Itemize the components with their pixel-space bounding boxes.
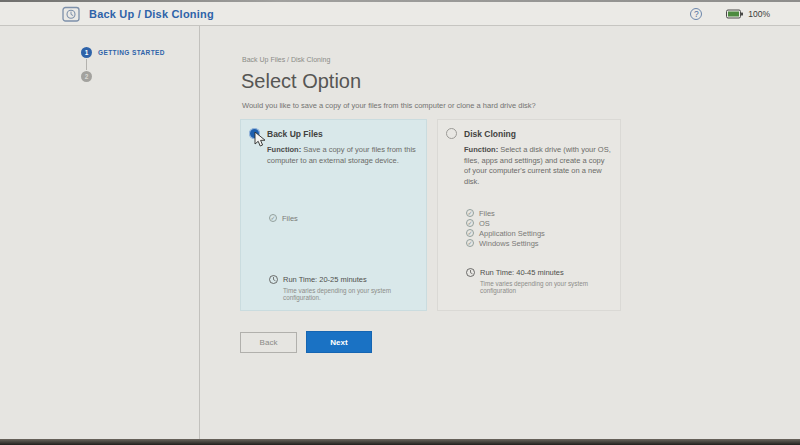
- app-window: Back Up / Disk Cloning ? 100% 1 GETTING …: [0, 0, 800, 445]
- stepper: 1 GETTING STARTED 2: [81, 47, 165, 82]
- radio-disk-cloning[interactable]: [446, 128, 457, 139]
- clone-function-text: Function: Select a disk drive (with your…: [464, 145, 612, 187]
- clone-runtime: Run Time: 40-45 minutes Time varies depe…: [466, 268, 614, 294]
- runtime-note: Time varies depending on your system con…: [283, 287, 420, 301]
- clone-option-label: Disk Cloning: [464, 129, 516, 139]
- step-1-label: GETTING STARTED: [98, 49, 165, 56]
- feature-label: Files: [479, 209, 495, 218]
- battery-icon: [726, 9, 743, 19]
- check-circle-icon: ✓: [466, 209, 474, 217]
- runtime-label: Run Time: 40-45 minutes: [480, 268, 564, 277]
- step-getting-started[interactable]: 1 GETTING STARTED: [81, 47, 165, 58]
- screen-edge-top: [0, 0, 800, 2]
- step-connector: [86, 59, 87, 70]
- battery-percent: 100%: [748, 9, 770, 19]
- screen-edge-bottom: [0, 439, 800, 445]
- check-circle-icon: ✓: [269, 214, 277, 222]
- mouse-cursor-icon: [254, 132, 267, 148]
- next-button[interactable]: Next: [306, 331, 372, 353]
- step-2-circle: 2: [81, 71, 92, 82]
- backup-runtime: Run Time: 20-25 minutes Time varies depe…: [269, 275, 420, 301]
- breadcrumb[interactable]: Back Up Files / Disk Cloning: [242, 56, 330, 63]
- feature-label: OS: [479, 219, 490, 228]
- app-title: Back Up / Disk Cloning: [89, 8, 214, 20]
- function-label: Function:: [267, 145, 301, 154]
- check-circle-icon: ✓: [466, 239, 474, 247]
- list-item: ✓ Windows Settings: [466, 238, 545, 248]
- option-card-backup-files[interactable]: Back Up Files Function: Save a copy of y…: [240, 119, 427, 311]
- list-item: ✓ OS: [466, 218, 545, 228]
- runtime-label: Run Time: 20-25 minutes: [283, 275, 367, 284]
- sidebar-stepper: 1 GETTING STARTED 2: [0, 26, 200, 439]
- option-cards: Back Up Files Function: Save a copy of y…: [240, 119, 621, 311]
- main-content: Back Up Files / Disk Cloning Select Opti…: [201, 26, 800, 445]
- function-label: Function:: [464, 145, 498, 154]
- runtime-row: Run Time: 20-25 minutes: [269, 275, 420, 284]
- page-title: Select Option: [241, 70, 361, 93]
- back-button[interactable]: Back: [240, 332, 297, 353]
- list-item: ✓ Application Settings: [466, 228, 545, 238]
- page-subtitle: Would you like to save a copy of your fi…: [242, 101, 536, 110]
- action-buttons: Back Next: [240, 331, 372, 353]
- clone-option-header: Disk Cloning: [446, 128, 516, 139]
- feature-label: Application Settings: [479, 229, 545, 238]
- backup-function-text: Function: Save a copy of your files from…: [267, 145, 418, 166]
- backup-clock-icon: [62, 5, 80, 22]
- option-card-disk-cloning[interactable]: Disk Cloning Function: Select a disk dri…: [437, 119, 621, 311]
- step-1-circle: 1: [81, 47, 92, 58]
- runtime-note: Time varies depending on your system con…: [480, 280, 614, 294]
- check-circle-icon: ✓: [466, 229, 474, 237]
- header-right: ? 100%: [690, 8, 770, 20]
- help-icon[interactable]: ?: [690, 8, 702, 20]
- clone-features-list: ✓ Files ✓ OS ✓ Application Settings ✓ Wi…: [466, 208, 545, 248]
- clock-icon: [269, 275, 278, 284]
- app-header: Back Up / Disk Cloning ? 100%: [0, 2, 800, 26]
- step-2[interactable]: 2: [81, 71, 165, 82]
- runtime-row: Run Time: 40-45 minutes: [466, 268, 614, 277]
- check-circle-icon: ✓: [466, 219, 474, 227]
- list-item: ✓ Files: [269, 213, 298, 223]
- feature-label: Files: [282, 214, 298, 223]
- clock-icon: [466, 268, 475, 277]
- battery-status: 100%: [726, 9, 770, 19]
- backup-option-label: Back Up Files: [267, 129, 323, 139]
- feature-label: Windows Settings: [479, 239, 539, 248]
- list-item: ✓ Files: [466, 208, 545, 218]
- backup-features-list: ✓ Files: [269, 213, 298, 223]
